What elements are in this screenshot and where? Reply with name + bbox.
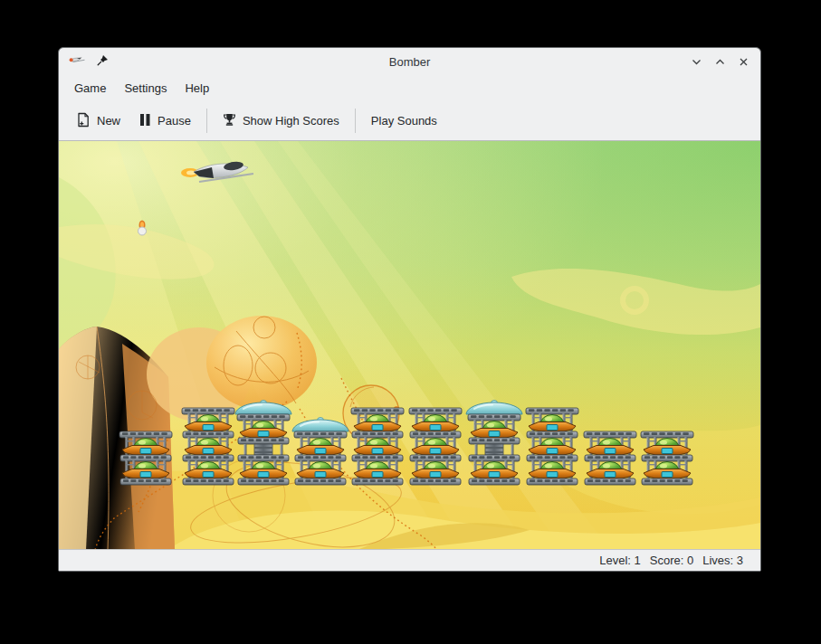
tower bbox=[584, 431, 636, 485]
desktop-background: Bomber Game Settings Help bbox=[0, 0, 821, 644]
new-button-label: New bbox=[97, 114, 120, 128]
tower bbox=[526, 408, 578, 485]
menu-help[interactable]: Help bbox=[176, 78, 218, 99]
bomber-window: Bomber Game Settings Help bbox=[58, 47, 761, 572]
close-button[interactable] bbox=[736, 54, 750, 69]
new-button[interactable]: New bbox=[67, 106, 129, 137]
play-sounds-button[interactable]: Play Sounds bbox=[362, 108, 446, 134]
trophy-icon bbox=[223, 113, 236, 129]
menu-settings[interactable]: Settings bbox=[115, 78, 176, 99]
minimize-button[interactable] bbox=[689, 54, 703, 69]
toolbar: New Pause bbox=[59, 101, 760, 141]
play-sounds-label: Play Sounds bbox=[371, 114, 437, 128]
pause-icon bbox=[138, 113, 151, 129]
game-canvas[interactable] bbox=[59, 141, 760, 549]
menu-game[interactable]: Game bbox=[65, 78, 115, 99]
pin-icon[interactable] bbox=[97, 53, 109, 70]
pause-button-label: Pause bbox=[158, 114, 191, 128]
titlebar[interactable]: Bomber bbox=[59, 48, 760, 75]
window-title: Bomber bbox=[59, 55, 760, 69]
tower bbox=[466, 401, 522, 486]
statusbar: Level: 1 Score: 0 Lives: 3 bbox=[59, 549, 760, 571]
tower bbox=[409, 408, 462, 485]
tower bbox=[641, 431, 693, 485]
tower bbox=[235, 401, 291, 486]
tower bbox=[182, 408, 234, 485]
show-high-scores-label: Show High Scores bbox=[243, 114, 339, 128]
app-icon[interactable] bbox=[69, 53, 86, 70]
maximize-button[interactable] bbox=[712, 54, 727, 69]
new-document-icon bbox=[76, 112, 91, 130]
level-indicator: Level: 1 bbox=[599, 554, 641, 567]
toolbar-separator bbox=[206, 109, 207, 133]
tower bbox=[292, 418, 348, 486]
tower bbox=[351, 408, 404, 485]
show-high-scores-button[interactable]: Show High Scores bbox=[214, 107, 348, 136]
lives-indicator: Lives: 3 bbox=[702, 554, 743, 567]
giant-sphere bbox=[206, 316, 317, 410]
score-indicator: Score: 0 bbox=[650, 554, 693, 567]
menubar: Game Settings Help bbox=[59, 75, 760, 101]
toolbar-separator bbox=[355, 109, 356, 133]
tower bbox=[119, 431, 172, 485]
pause-button[interactable]: Pause bbox=[129, 107, 200, 136]
